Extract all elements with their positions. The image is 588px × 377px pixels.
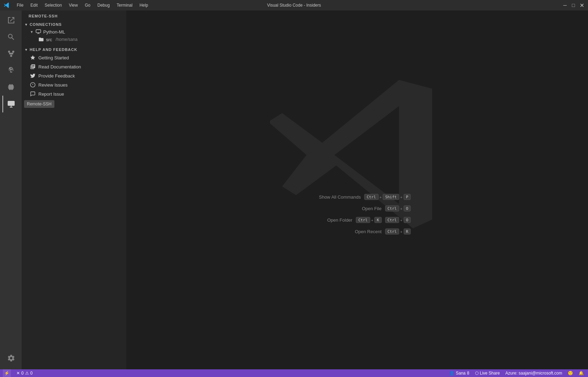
cmd-open-folder: Open Folder Ctrl + K Ctrl + O (303, 217, 410, 223)
svg-rect-6 (36, 30, 40, 33)
svg-rect-3 (8, 101, 15, 106)
help-getting-started[interactable]: Getting Started (22, 53, 126, 62)
help-report-issue[interactable]: Report Issue (22, 89, 126, 98)
remote-icon: ⚡ (4, 371, 9, 376)
help-review-issues[interactable]: Review Issues (22, 80, 126, 89)
connection-python-ml[interactable]: ▼ Python-ML (22, 28, 126, 36)
titlebar-left: File Edit Selection View Go Debug Termin… (3, 2, 151, 8)
maximize-button[interactable]: □ (571, 3, 576, 7)
connections-section-header[interactable]: ▼ CONNECTIONS (22, 21, 126, 28)
help-chevron-icon: ▼ (24, 48, 28, 52)
cmd-show-all-commands-label: Show All Commands (312, 194, 361, 200)
kbd-o-2: O (404, 217, 411, 223)
kbd-o: O (404, 206, 411, 212)
info-circle-icon (30, 82, 36, 88)
activity-scm[interactable] (2, 45, 19, 62)
activity-remote-ssh[interactable]: Remote-SSH (2, 96, 19, 112)
activity-bottom (2, 350, 19, 369)
activity-explorer[interactable] (2, 12, 19, 29)
user-icon: 👤 (449, 371, 454, 376)
python-ml-chevron-icon: ▼ (30, 30, 33, 34)
kbd-r: R (404, 229, 411, 235)
statusbar-bell[interactable]: 🔔 (577, 371, 585, 376)
live-share-label: Live Share (480, 371, 500, 376)
help-section-header[interactable]: ▼ HELP AND FEEDBACK (22, 46, 126, 53)
warning-icon: ⚠ (25, 371, 29, 376)
kbd-ctrl: Ctrl (364, 194, 378, 200)
activity-extensions[interactable] (2, 79, 19, 96)
statusbar-face[interactable]: 🙂 (566, 371, 574, 376)
cmd-open-recent-label: Open Recent (333, 229, 382, 234)
monitor-icon (36, 29, 41, 35)
activity-debug[interactable] (2, 62, 19, 79)
close-button[interactable]: ✕ (579, 3, 585, 7)
activity-search[interactable] (2, 29, 19, 45)
cmd-open-folder-keys: Ctrl + K Ctrl + O (356, 217, 410, 223)
user-name: Sana (456, 371, 466, 376)
getting-started-label: Getting Started (38, 55, 69, 60)
kbd-shift: Shift (383, 194, 399, 200)
kbd-k: K (374, 217, 382, 223)
face-icon: 🙂 (568, 371, 573, 376)
cmd-open-folder-label: Open Folder (303, 217, 352, 223)
folder-icon (38, 37, 44, 42)
kbd-ctrl-4: Ctrl (385, 217, 399, 223)
kbd-ctrl-3: Ctrl (356, 217, 370, 223)
cmd-show-all-commands-keys: Ctrl + Shift + P (364, 194, 410, 200)
statusbar-user[interactable]: 👤 Sana 8 (448, 371, 471, 376)
statusbar-remote[interactable]: ⚡ (3, 369, 11, 377)
editor-area: Show All Commands Ctrl + Shift + P Open … (126, 10, 588, 369)
menu-selection[interactable]: Selection (42, 2, 65, 8)
folder-src-name: src (46, 37, 52, 42)
sidebar: REMOTE-SSH ▼ CONNECTIONS ▼ Python-ML (22, 10, 126, 369)
menu-view[interactable]: View (66, 2, 81, 8)
activity-bar: Remote-SSH (0, 10, 22, 369)
kbd-ctrl-5: Ctrl (385, 229, 399, 235)
cmd-open-recent-keys: Ctrl + R (385, 229, 411, 235)
statusbar: ⚡ ✕ 0 ⚠ 0 👤 Sana 8 ⬡ Live Share Azure: s… (0, 369, 588, 377)
live-share-icon: ⬡ (475, 371, 478, 376)
statusbar-azure[interactable]: Azure: saajani@microsoft.com (504, 371, 564, 376)
welcome-commands: Show All Commands Ctrl + Shift + P Open … (303, 194, 410, 235)
help-provide-feedback[interactable]: Provide Feedback (22, 71, 126, 80)
azure-label: Azure: saajani@microsoft.com (505, 371, 562, 376)
help-label: HELP AND FEEDBACK (30, 47, 77, 52)
vscode-logo-icon (3, 2, 10, 8)
minimize-button[interactable]: ─ (562, 3, 568, 7)
help-read-docs[interactable]: Read Documentation (22, 62, 126, 71)
kbd-p: P (404, 194, 411, 200)
read-docs-label: Read Documentation (38, 64, 81, 69)
window-title: Visual Studio Code - Insiders (267, 3, 321, 8)
menu-edit[interactable]: Edit (28, 2, 40, 8)
titlebar-controls: ─ □ ✕ (562, 3, 585, 7)
report-issue-label: Report Issue (38, 91, 64, 97)
main-layout: Remote-SSH REMOTE-SSH ▼ CONNECTIONS ▼ (0, 10, 588, 369)
twitter-icon (30, 73, 36, 79)
sidebar-panel-title: REMOTE-SSH (22, 10, 126, 21)
titlebar-menu: File Edit Selection View Go Debug Termin… (14, 2, 151, 8)
book-icon (30, 64, 36, 69)
connections-chevron-icon: ▼ (24, 23, 28, 27)
cmd-open-recent: Open Recent Ctrl + R (303, 229, 410, 235)
activity-settings[interactable] (2, 350, 19, 367)
statusbar-right: 👤 Sana 8 ⬡ Live Share Azure: saajani@mic… (448, 371, 585, 376)
svg-point-1 (8, 51, 10, 53)
warning-count: 0 (30, 371, 33, 376)
menu-help[interactable]: Help (137, 2, 151, 8)
titlebar: File Edit Selection View Go Debug Termin… (0, 0, 588, 10)
error-count: 0 (21, 371, 24, 376)
menu-terminal[interactable]: Terminal (114, 2, 135, 8)
user-number: 8 (467, 371, 469, 376)
svg-point-0 (10, 55, 12, 57)
bell-icon: 🔔 (579, 371, 584, 376)
error-icon: ✕ (16, 371, 20, 376)
kbd-ctrl-2: Ctrl (385, 206, 399, 212)
menu-file[interactable]: File (14, 2, 26, 8)
star-icon (30, 55, 36, 60)
menu-debug[interactable]: Debug (95, 2, 112, 8)
folder-src[interactable]: src /home/sana (22, 36, 126, 43)
menu-go[interactable]: Go (82, 2, 93, 8)
statusbar-errors[interactable]: ✕ 0 ⚠ 0 (15, 369, 34, 377)
review-issues-label: Review Issues (38, 82, 68, 88)
statusbar-live-share[interactable]: ⬡ Live Share (474, 371, 501, 376)
